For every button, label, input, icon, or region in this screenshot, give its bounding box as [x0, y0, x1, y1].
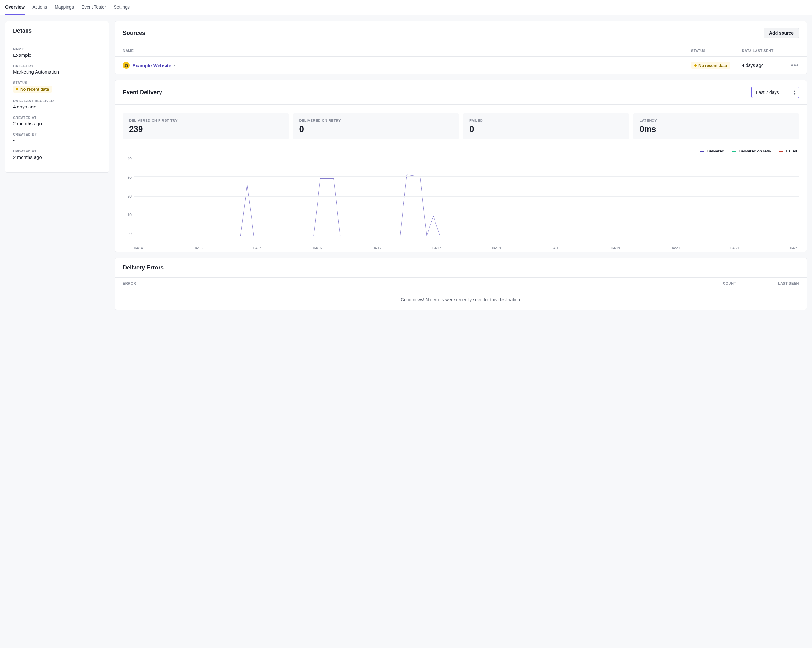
- detail-value: Marketing Automation: [13, 69, 101, 75]
- legend-item: Delivered on retry: [732, 149, 771, 154]
- detail-value: -: [13, 137, 101, 143]
- status-badge: No recent data: [691, 62, 730, 69]
- tab-event-tester[interactable]: Event Tester: [81, 0, 106, 15]
- stat-value: 0: [469, 124, 623, 134]
- stat-label: DELIVERED ON RETRY: [299, 119, 453, 122]
- detail-label: CATEGORY: [13, 64, 101, 68]
- detail-value: 2 months ago: [13, 154, 101, 160]
- detail-value: Example: [13, 52, 101, 58]
- y-tick: 40: [128, 157, 132, 161]
- detail-value: 4 days ago: [13, 104, 101, 109]
- x-tick: 04/15: [194, 246, 203, 250]
- tab-overview[interactable]: Overview: [5, 0, 25, 15]
- detail-label: DATA LAST RECEIVED: [13, 99, 101, 103]
- detail-item: NAMEExample: [13, 47, 101, 58]
- x-tick: 04/19: [611, 246, 620, 250]
- legend-label: Delivered: [707, 149, 724, 154]
- col-header-error: ERROR: [123, 282, 723, 285]
- details-card: Details NAMEExampleCATEGORYMarketing Aut…: [5, 21, 109, 173]
- stat-box: DELIVERED ON RETRY0: [293, 113, 459, 139]
- stat-label: DELIVERED ON FIRST TRY: [129, 119, 282, 122]
- errors-empty-message: Good news! No errors were recently seen …: [115, 290, 807, 310]
- col-header-name: NAME: [123, 49, 691, 53]
- stat-value: 0ms: [640, 124, 793, 134]
- select-caret-icon: ▴▾: [794, 89, 795, 95]
- grid-line: [134, 176, 799, 177]
- x-tick: 04/18: [552, 246, 560, 250]
- stat-box: FAILED0: [463, 113, 629, 139]
- detail-value: 2 months ago: [13, 121, 101, 126]
- tab-mappings[interactable]: Mappings: [55, 0, 74, 15]
- x-tick: 04/21: [731, 246, 739, 250]
- legend-label: Delivered on retry: [739, 149, 771, 154]
- y-tick: 30: [128, 175, 132, 180]
- sources-title: Sources: [123, 30, 145, 37]
- js-icon: JS: [123, 62, 130, 69]
- detail-item: DATA LAST RECEIVED4 days ago: [13, 99, 101, 109]
- source-link[interactable]: JSExample Website›: [123, 62, 175, 69]
- delivery-errors-card: Delivery Errors ERROR COUNT LAST SEEN Go…: [115, 258, 807, 310]
- legend-swatch: [732, 151, 736, 151]
- detail-item: STATUSNo recent data: [13, 81, 101, 93]
- legend-item: Delivered: [700, 149, 724, 154]
- stat-box: DELIVERED ON FIRST TRY239: [123, 113, 288, 139]
- detail-label: CREATED BY: [13, 133, 101, 136]
- tab-bar: OverviewActionsMappingsEvent TesterSetti…: [0, 0, 812, 15]
- y-tick: 10: [128, 213, 132, 217]
- add-source-button[interactable]: Add source: [764, 27, 799, 38]
- chart-series-delivered: [134, 175, 799, 236]
- grid-line: [134, 216, 799, 216]
- tab-settings[interactable]: Settings: [114, 0, 130, 15]
- date-range-select[interactable]: Last 7 days ▴▾: [751, 87, 799, 98]
- x-tick: 04/16: [313, 246, 322, 250]
- detail-item: CREATED AT2 months ago: [13, 116, 101, 126]
- legend-label: Failed: [786, 149, 797, 154]
- errors-table-header: ERROR COUNT LAST SEEN: [115, 278, 807, 290]
- x-tick: 04/21: [790, 246, 799, 250]
- detail-item: CATEGORYMarketing Automation: [13, 64, 101, 75]
- x-tick: 04/15: [253, 246, 262, 250]
- table-row: JSExample Website›No recent data4 days a…: [115, 57, 807, 74]
- x-tick: 04/18: [492, 246, 501, 250]
- col-header-last: DATA LAST SENT: [742, 49, 786, 53]
- stat-label: FAILED: [469, 119, 623, 122]
- chevron-right-icon: ›: [174, 63, 175, 67]
- detail-label: UPDATED AT: [13, 149, 101, 153]
- legend-swatch: [779, 151, 783, 151]
- y-tick: 20: [128, 194, 132, 198]
- detail-item: UPDATED AT2 months ago: [13, 149, 101, 160]
- sources-card: Sources Add source NAME STATUS DATA LAST…: [115, 21, 807, 74]
- stat-box: LATENCY0ms: [633, 113, 799, 139]
- col-header-status: STATUS: [691, 49, 742, 53]
- date-range-value: Last 7 days: [756, 90, 779, 95]
- x-tick: 04/17: [432, 246, 441, 250]
- stat-value: 0: [299, 124, 453, 134]
- detail-label: STATUS: [13, 81, 101, 85]
- legend-swatch: [700, 151, 704, 151]
- stat-label: LATENCY: [640, 119, 793, 122]
- sources-table-header: NAME STATUS DATA LAST SENT: [115, 45, 807, 57]
- x-tick: 04/20: [671, 246, 680, 250]
- stat-value: 239: [129, 124, 282, 134]
- event-delivery-card: Event Delivery Last 7 days ▴▾ DELIVERED …: [115, 80, 807, 252]
- detail-label: CREATED AT: [13, 116, 101, 119]
- detail-label: NAME: [13, 47, 101, 51]
- source-name: Example Website: [132, 63, 171, 68]
- x-tick: 04/17: [373, 246, 382, 250]
- detail-item: CREATED BY-: [13, 133, 101, 143]
- delivery-errors-title: Delivery Errors: [123, 264, 164, 271]
- data-last-sent: 4 days ago: [742, 63, 786, 68]
- delivery-chart: 403020100 04/1404/1504/1504/1604/1704/17…: [123, 157, 799, 242]
- y-tick: 0: [130, 232, 132, 236]
- details-title: Details: [13, 27, 32, 34]
- grid-line: [134, 196, 799, 197]
- legend-item: Failed: [779, 149, 797, 154]
- col-header-lastseen: LAST SEEN: [761, 282, 799, 285]
- col-header-count: COUNT: [723, 282, 761, 285]
- tab-actions[interactable]: Actions: [32, 0, 47, 15]
- row-actions-menu[interactable]: •••: [791, 62, 799, 69]
- x-tick: 04/14: [134, 246, 143, 250]
- event-delivery-title: Event Delivery: [123, 89, 162, 96]
- status-badge: No recent data: [13, 86, 52, 93]
